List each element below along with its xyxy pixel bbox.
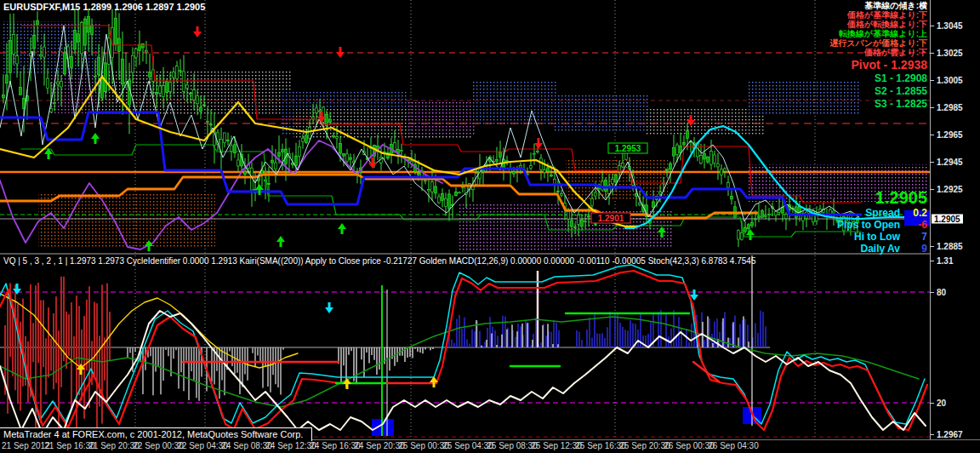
quote-value: 7 bbox=[900, 231, 927, 243]
quote-row: Spread0.2 bbox=[837, 207, 927, 219]
scale-tick bbox=[930, 189, 934, 190]
scale-tick bbox=[930, 246, 934, 247]
state-segment-line bbox=[693, 362, 719, 381]
time-axis-label: 21 Sep 16:30 bbox=[44, 441, 95, 450]
quote-row: Pips to Open-6 bbox=[837, 219, 927, 231]
pivot-levels-block: Pivot - 1.2938S1 - 1.2908S2 - 1.2855S3 -… bbox=[852, 58, 928, 111]
time-axis-label: 25 Sep 16:30 bbox=[575, 441, 626, 450]
price-scale-label: 1.31 bbox=[937, 256, 953, 266]
buy-arrow-icon bbox=[338, 223, 346, 234]
ichimoku-cloud bbox=[473, 82, 558, 126]
scale-tick bbox=[930, 292, 934, 293]
ichimoku-status-line: 価格が雲より:下 bbox=[829, 48, 927, 57]
buy-arrow-icon bbox=[276, 236, 285, 247]
price-scale-label: 1.2965 bbox=[937, 130, 963, 140]
price-scale-label: 1.2967 bbox=[937, 430, 963, 439]
price-tag-label: 1.2901 bbox=[598, 214, 624, 223]
cycle-sell-arrow-icon bbox=[13, 284, 21, 295]
ichimoku-status-line: 遅行スパンが価格より:下 bbox=[829, 38, 927, 48]
price-scale-label: 80 bbox=[937, 288, 946, 297]
time-axis-label: 25 Sep 12:30 bbox=[531, 441, 582, 450]
ichimoku-status-line: 転換線が基準線より:上 bbox=[829, 29, 927, 38]
ichimoku-cloud bbox=[408, 100, 476, 136]
time-axis-label: 21 Sep 2012 bbox=[2, 441, 50, 450]
price-scale-label: 1.2945 bbox=[937, 158, 963, 167]
quote-panel: 1.2905 Spread0.2Pips to Open-6Hi to Low7… bbox=[837, 188, 927, 255]
price-tag-label: 1.2953 bbox=[615, 144, 641, 153]
price-scale-label: 1.3025 bbox=[937, 49, 963, 58]
histogram-bars bbox=[698, 316, 749, 347]
time-axis-label: 26 Sep 04:30 bbox=[708, 441, 759, 450]
ichimoku-status-line: 価格が転換線より:下 bbox=[829, 20, 927, 29]
price-scale-separator bbox=[930, 0, 931, 439]
sell-arrow-icon bbox=[534, 138, 543, 149]
symbol-ohlc-readout: EURUSDFXF,M15 1.2899 1.2906 1.2897 1.290… bbox=[3, 2, 205, 12]
sell-arrow-icon bbox=[193, 26, 202, 37]
pivot-level-row: S2 - 1.2855 bbox=[852, 85, 928, 98]
quote-row: Hi to Low7 bbox=[837, 231, 927, 243]
current-price-scale-box: 1.2905 bbox=[932, 215, 963, 224]
price-scale-label: 20 bbox=[937, 399, 946, 408]
ichimoku-cloud bbox=[38, 194, 215, 247]
scale-tick bbox=[930, 261, 934, 261]
ichimoku-status-block: 基準線の傾き:横価格が基準線より:下価格が転換線より:下転換線が基準線より:上遅… bbox=[829, 1, 927, 57]
time-axis-label: 24 Sep 12:30 bbox=[265, 441, 316, 450]
scale-tick bbox=[930, 80, 934, 81]
chart-canvas[interactable]: 1.29531.2901 bbox=[0, 0, 980, 453]
quote-label: Spread bbox=[865, 207, 900, 219]
ichimoku-status-line: 基準線の傾き:横 bbox=[829, 1, 927, 10]
ichimoku-cloud bbox=[647, 107, 766, 136]
time-axis-label: 25 Sep 20:30 bbox=[619, 441, 670, 450]
cycle-sell-arrow-icon bbox=[325, 302, 333, 313]
scale-tick bbox=[930, 53, 934, 54]
scale-tick bbox=[930, 434, 934, 435]
cycle-buy-arrow-icon bbox=[343, 378, 351, 389]
price-scale-label: 1.3045 bbox=[937, 21, 963, 31]
time-axis-label: 25 Sep 04:30 bbox=[442, 441, 493, 450]
time-axis-label: 24 Sep 16:30 bbox=[310, 441, 361, 450]
current-price-readout: 1.2905 bbox=[837, 188, 927, 207]
quote-row: Daily Av9 bbox=[837, 243, 927, 255]
yellow-osc-line bbox=[0, 294, 298, 368]
mt4-chart-window: 1.29531.2901 EURUSDFXF,M15 1.2899 1.2906… bbox=[0, 0, 980, 453]
scale-tick bbox=[930, 162, 934, 163]
ichimoku-cloud bbox=[555, 94, 648, 131]
cycle-buy-arrow-icon bbox=[430, 376, 438, 387]
scale-tick bbox=[930, 403, 934, 404]
price-scale-label: 1.3005 bbox=[937, 76, 963, 85]
ichimoku-cloud bbox=[749, 82, 859, 116]
scale-tick bbox=[930, 135, 934, 135]
quote-label: Pips to Open bbox=[837, 219, 900, 231]
time-axis-label: 25 Sep 08:30 bbox=[487, 441, 538, 450]
price-scale-label: 1.2985 bbox=[937, 103, 963, 112]
quote-value: 0.2 bbox=[900, 207, 927, 219]
time-axis-label: 22 Sep 00:30 bbox=[133, 441, 184, 450]
time-axis-label: 24 Sep 08:30 bbox=[221, 441, 272, 450]
vq-line bbox=[0, 271, 927, 430]
scale-tick bbox=[930, 26, 934, 26]
quote-label: Daily Av bbox=[861, 243, 900, 255]
price-scale-label: 1.2885 bbox=[937, 242, 963, 251]
scale-tick bbox=[930, 107, 934, 108]
quote-value: -6 bbox=[900, 219, 927, 231]
buy-arrow-icon bbox=[746, 229, 755, 240]
pivot-level-row: S3 - 1.2825 bbox=[852, 98, 928, 111]
panel-divider[interactable] bbox=[0, 253, 930, 255]
buy-arrow-icon bbox=[91, 133, 100, 144]
quote-value: 9 bbox=[900, 243, 927, 255]
pivot-level-row: Pivot - 1.2938 bbox=[852, 58, 928, 72]
status-bar: MetaTrader 4 at FOREX.com, c 2001-2012, … bbox=[0, 427, 312, 441]
time-axis-label: 22 Sep 04:30 bbox=[177, 441, 228, 450]
time-axis-label: 26 Sep 00:30 bbox=[664, 441, 715, 450]
indicator-values-readout: VQ | 5 , 3 , 2 , 1 | 1.2973 1.2973 Cycle… bbox=[3, 256, 755, 266]
time-axis-label: 25 Sep 00:30 bbox=[398, 441, 449, 450]
quote-label: Hi to Low bbox=[854, 231, 900, 243]
time-axis-label: 21 Sep 20:30 bbox=[88, 441, 140, 450]
price-scale-label: 1.2925 bbox=[937, 185, 963, 194]
sell-arrow-icon bbox=[336, 47, 345, 58]
histogram-bars bbox=[128, 347, 283, 401]
time-axis-label: 24 Sep 20:30 bbox=[354, 441, 405, 450]
pivot-level-row: S1 - 1.2908 bbox=[852, 72, 928, 85]
ichimoku-status-line: 価格が基準線より:下 bbox=[829, 10, 927, 20]
